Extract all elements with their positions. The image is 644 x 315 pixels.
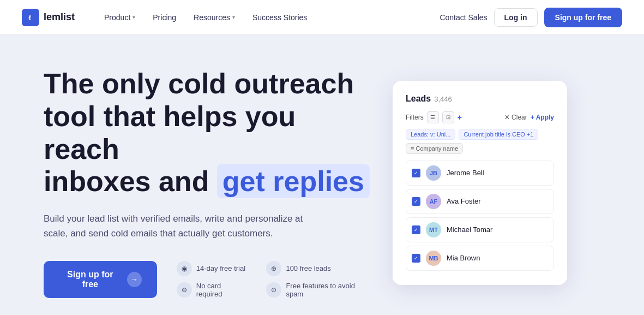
svg-text:ℓ: ℓ [28,14,31,21]
hero-cta-button[interactable]: Sign up for free → [44,261,157,298]
cta-arrow-icon: → [127,272,142,287]
signup-button[interactable]: Sign up for free [544,8,622,27]
filter-tag-0[interactable]: Leads: v: Uni... [406,129,455,140]
lead-avatar-2: MT [426,222,441,237]
contact-sales-link[interactable]: Contact Sales [440,13,487,22]
nav-resources[interactable]: Resources ▾ [186,9,243,26]
lead-row-0: ✓ JB Jerome Bell [406,161,554,186]
lead-name-2: Michael Tomar [447,225,492,234]
leads-card: Leads 3,446 Filters ☰ ⊡ + ✕ Clear + Appl… [393,81,567,285]
nav-right: Contact Sales Log in Sign up for free [440,8,622,27]
filters-label: Filters [406,114,424,121]
hero-subtext: Build your lead list with verified email… [44,211,316,241]
filters-row: Filters ☰ ⊡ + ✕ Clear + Apply [406,111,554,123]
lead-avatar-1: AF [426,194,441,209]
leads-title: Leads [406,94,431,104]
lead-avatar-0: JB [426,165,441,181]
nav-pricing[interactable]: Pricing [145,9,184,26]
features-col-1: ◉ 14-day free trial ⊖ No card required [177,261,247,298]
lead-avatar-3: MB [426,251,441,266]
logo-link[interactable]: ℓ lemlist [22,9,75,26]
lead-name-1: Ava Foster [447,197,481,205]
hero-content: The only cold outreach tool that helps y… [44,68,371,298]
nav-success-stories[interactable]: Success Stories [245,9,315,26]
feature-leads: ⊕ 100 free leads [266,261,371,276]
hero-section: The only cold outreach tool that helps y… [0,35,644,315]
filter-apply-button[interactable]: + Apply [531,114,554,121]
filter-tags: Leads: v: Uni... Current job title is CE… [406,129,554,154]
lead-row-3: ✓ MB Mia Brown [406,246,554,271]
leads-count: 3,446 [434,95,452,103]
no-card-icon: ⊖ [177,282,192,298]
lead-checkbox-2[interactable]: ✓ [412,225,420,234]
feature-trial: ◉ 14-day free trial [177,261,247,276]
login-button[interactable]: Log in [494,8,538,27]
nav-product[interactable]: Product ▾ [97,9,143,26]
features-col-2: ⊕ 100 free leads ⊙ Free features to avoi… [266,261,371,298]
lead-row-2: ✓ MT Michael Tomar [406,217,554,242]
navbar: ℓ lemlist Product ▾ Pricing Resources ▾ … [0,0,644,35]
filter-icon-btn-2[interactable]: ⊡ [442,111,454,123]
lead-checkbox-1[interactable]: ✓ [412,197,420,206]
features-list: ◉ 14-day free trial ⊖ No card required ⊕… [177,261,371,298]
filter-clear-button[interactable]: ✕ Clear [504,114,527,121]
nav-links: Product ▾ Pricing Resources ▾ Success St… [97,9,440,26]
filter-tag-2[interactable]: ≡ Company name [406,143,463,154]
lead-checkbox-3[interactable]: ✓ [412,254,420,263]
hero-heading: The only cold outreach tool that helps y… [44,68,371,198]
feature-no-card: ⊖ No card required [177,282,247,298]
highlight-text: get replies [217,164,370,198]
lead-name-0: Jerome Bell [447,169,484,177]
product-chevron-icon: ▾ [133,14,135,20]
lead-checkbox-0[interactable]: ✓ [412,169,420,177]
leads-header: Leads 3,446 [406,94,554,104]
filter-clear-x-icon: ✕ [504,114,510,121]
lead-name-3: Mia Brown [447,254,480,262]
feature-spam: ⊙ Free features to avoid spam [266,282,371,298]
filter-tag-1[interactable]: Current job title is CEO +1 [459,129,538,140]
hero-cta-row: Sign up for free → ◉ 14-day free trial ⊖… [44,261,371,298]
resources-chevron-icon: ▾ [232,14,235,20]
hero-visual: Leads 3,446 Filters ☰ ⊡ + ✕ Clear + Appl… [393,81,567,285]
lead-row-1: ✓ AF Ava Foster [406,189,554,214]
trial-icon: ◉ [177,261,192,276]
filter-plus-button[interactable]: + [458,113,462,122]
spam-icon: ⊙ [266,282,281,298]
lead-list: ✓ JB Jerome Bell ✓ AF Ava Foster ✓ MT Mi… [406,161,554,271]
logo-icon: ℓ [22,9,39,26]
leads-icon: ⊕ [266,261,281,276]
logo-text: lemlist [44,11,75,23]
filter-icon-btn-1[interactable]: ☰ [427,111,439,123]
